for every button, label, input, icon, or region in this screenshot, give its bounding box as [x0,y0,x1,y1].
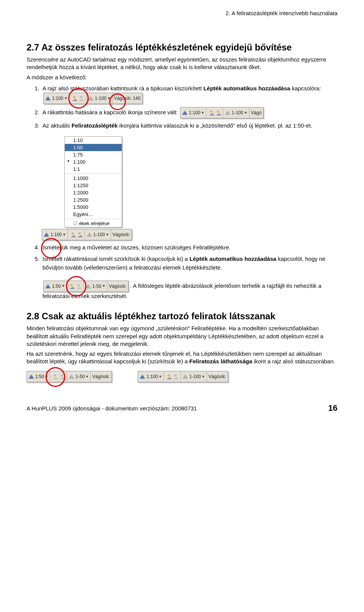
dropdown-item[interactable]: 1:100 [65,158,122,166]
scale-icon [45,96,51,101]
step-3: Az aktuális Feliratozáslépték ikonjára k… [41,121,337,130]
status-bar-3[interactable]: 1:100▼ 1-100▼ Vágósík: [42,229,132,240]
visibility-icon[interactable] [71,95,77,101]
status-bar-1[interactable]: 1:100▼ 1-100▼ Vágósík: 140 [43,93,143,104]
section-2-7-intro: Szerencsére az AutoCAD tartalmaz egy mód… [27,56,337,71]
dropdown-item[interactable]: 1:1 [65,166,122,173]
visibility-icon[interactable] [166,374,172,380]
dropdown-item[interactable]: 1:75 [65,151,122,158]
auto-add-icon[interactable] [75,283,82,289]
dropdown-item[interactable]: 1:10 [65,137,122,144]
step-5: Ismételt rákattintással ismét szürkítsük… [41,255,337,300]
status-bar-5a[interactable]: 1:50▼ 1-50▼ Vágósík: [27,371,112,382]
auto-add-icon[interactable] [77,232,83,238]
dropdown-item[interactable]: 1:1250 [65,182,122,189]
dropdown-item[interactable]: 1:50 [65,144,122,151]
footer-text: A HunPLUS 2009 újdonságai - dokumentum v… [27,405,197,412]
section-2-8-p2: Ha azt szeretnénk, hogy az egyes felirat… [27,350,337,366]
step-2: A rákattintás hatására a kapcsoló ikonja… [41,107,337,118]
auto-add-icon[interactable] [59,374,65,380]
step-4: Ismételjük meg a műveletet az összes, kö… [41,243,337,252]
section-2-7-method: A módszer a következő: [27,74,337,81]
visibility-icon[interactable] [208,110,214,116]
visibility-icon[interactable] [52,374,58,380]
section-2-8-p1: Minden feliratozási objektumnak van egy … [27,325,337,348]
section-2-8-title: 2.8 Csak az aktuális léptékhez tartozó f… [27,311,337,322]
step-1: A rajz alsó státuszsorában kattintsunk r… [41,84,337,104]
dropdown-item[interactable]: 1:1000 [65,175,122,182]
scale-icon [88,96,94,101]
status-bar-5b[interactable]: 1:100▼ 1-100▼ Vágósík: [138,371,228,382]
dropdown-item[interactable]: ☑ ékek elrejtése [65,220,122,227]
dropdown-item[interactable]: 1:5000 [65,203,122,211]
page-header: 2. A feliratozáslépték intenzívebb haszn… [27,0,337,32]
scale-dropdown[interactable]: 1:10 1:50 1:75 1:100 1:1 1:1000 1:1250 1… [64,136,122,227]
dropdown-item[interactable]: Egyéni… [65,211,122,218]
visibility-icon[interactable] [70,232,76,238]
visibility-icon[interactable] [69,283,75,289]
status-bar-2[interactable]: 1:100▼ 1-100▼ Vágó [180,107,264,118]
dropdown-item[interactable]: 1:2000 [65,189,122,196]
section-2-7-title: 2.7 Az összes feliratozás léptékkészleté… [27,42,337,53]
dropdown-item[interactable]: 1:2500 [65,196,122,203]
status-bar-4[interactable]: 1:50▼ 1-50▼ Vágósík: [43,281,129,292]
auto-add-icon[interactable] [173,374,179,380]
chevron-down-icon: ▼ [64,96,67,101]
auto-add-icon[interactable] [215,110,221,116]
page-number: 16 [328,403,337,413]
auto-add-icon[interactable] [78,95,84,101]
